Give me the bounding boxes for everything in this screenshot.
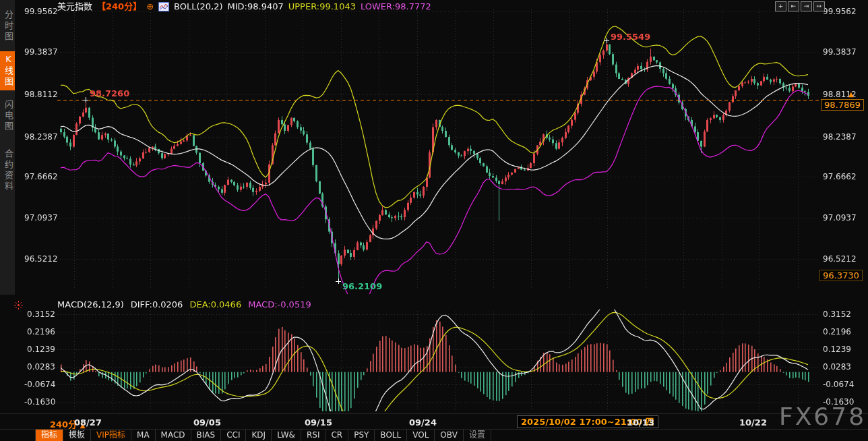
toolbar-item-rsi[interactable]: RSI bbox=[301, 430, 326, 441]
move-crosshair-icon[interactable]: + bbox=[775, 1, 786, 11]
toolbar-item-kdj[interactable]: KDJ bbox=[246, 430, 272, 441]
zoom-out-icon[interactable]: ⇥ bbox=[801, 1, 812, 11]
macd-axis-label: 0.1239 bbox=[24, 345, 55, 354]
y-axis-label: 97.0937 bbox=[24, 213, 55, 223]
y-axis-label: 97.6662 bbox=[823, 172, 863, 181]
y-axis-label: 98.8112 bbox=[823, 90, 863, 99]
macd-header: MACD(26,12,9) DIFF:0.0206 DEA:0.0466 MAC… bbox=[57, 299, 311, 310]
toolbar-item-obv[interactable]: OBV bbox=[435, 430, 464, 441]
indicator-alert-icon[interactable] bbox=[14, 299, 23, 312]
period-label: 【240分】 bbox=[97, 1, 142, 11]
shift-right-icon[interactable]: ↦ bbox=[813, 1, 825, 11]
macd-axis-label: 0.3152 bbox=[823, 310, 863, 319]
boll-upper-value: UPPER:99.1043 bbox=[288, 1, 356, 11]
toolbar-item-vol[interactable]: VOL bbox=[407, 430, 435, 441]
macd-axis-label: 0.1239 bbox=[823, 345, 863, 354]
macd-axis-label: 0.2196 bbox=[24, 327, 55, 336]
macd-axis-label: 0.0283 bbox=[823, 362, 863, 372]
x-axis-date: 08/27 bbox=[74, 417, 102, 428]
toolbar-item-indicators[interactable]: 指标 bbox=[35, 430, 63, 441]
toolbar-item-settings[interactable]: 设置 bbox=[464, 430, 491, 441]
toolbar-item-templates[interactable]: 模板 bbox=[63, 430, 91, 441]
x-axis-date: 09/05 bbox=[193, 417, 221, 428]
y-axis-label: 99.9562 bbox=[24, 7, 55, 16]
low-price-annotation: 96.2109 bbox=[342, 281, 382, 291]
toolbar-item-boll[interactable]: BOLL bbox=[375, 430, 407, 441]
brand-watermark: FX678 bbox=[779, 403, 866, 430]
y-axis-label: 98.8112 bbox=[24, 90, 55, 99]
y-axis-label: 98.2387 bbox=[823, 132, 863, 142]
toolbar-item-ma[interactable]: MA bbox=[131, 430, 156, 441]
chart-canvas[interactable] bbox=[0, 0, 868, 441]
boll-lower-value: LOWER:98.7772 bbox=[361, 1, 431, 11]
toolbar-item-psy[interactable]: PSY bbox=[348, 430, 375, 441]
macd-dea-value: DEA:0.0466 bbox=[189, 299, 241, 310]
y-axis-label: 99.3837 bbox=[24, 47, 55, 57]
macd-diff-value: DIFF:0.0206 bbox=[131, 299, 183, 310]
toolbar-item-bias[interactable]: BIAS bbox=[191, 430, 222, 441]
low-marker-tag: 96.3730 bbox=[819, 270, 863, 281]
trading-app-window: { "header": { "symbol": "美元指数", "period"… bbox=[0, 0, 868, 441]
macd-axis-label: 0.3152 bbox=[24, 310, 55, 319]
high-price-annotation: 99.5549 bbox=[611, 32, 650, 42]
y-axis-label: 96.5212 bbox=[823, 254, 863, 264]
macd-axis-label: 0.0283 bbox=[24, 362, 55, 372]
boll-param-label: BOLL(20,2) bbox=[174, 1, 223, 11]
chart-toolbar-icons: + ⇤ ⇥ ↦ bbox=[775, 1, 825, 11]
macd-value: MACD:-0.0519 bbox=[248, 299, 311, 310]
last-price-tag: 98.7869 bbox=[821, 99, 864, 111]
x-axis-date: 09/24 bbox=[409, 417, 437, 428]
symbol-name: 美元指数 bbox=[57, 1, 92, 11]
sidebar-item-contract-info[interactable]: 合约资料 bbox=[0, 142, 15, 200]
toolbar-item-cr[interactable]: CR bbox=[326, 430, 348, 441]
macd-axis-label: -0.0674 bbox=[24, 380, 55, 389]
chart-header: 美元指数 【240分】 ⊕ BOLL(20,2) MID:98.9407 UPP… bbox=[57, 1, 431, 11]
ref-price-annotation: 98.7260 bbox=[90, 88, 129, 98]
toolbar-item-lwr[interactable]: LW& bbox=[272, 430, 301, 441]
x-axis-date: 09/15 bbox=[305, 417, 332, 428]
toolbar-item-macd[interactable]: MACD bbox=[156, 430, 191, 441]
macd-param-label: MACD(26,12,9) bbox=[57, 299, 124, 310]
x-axis-date: 10/22 bbox=[739, 417, 767, 428]
toolbar-item-cci[interactable]: CCI bbox=[221, 430, 246, 441]
sidebar-item-flash[interactable]: 闪电图 bbox=[0, 94, 15, 138]
sidebar-item-timeshare[interactable]: 分时图 bbox=[0, 4, 15, 49]
macd-axis-label: 0.2196 bbox=[823, 327, 863, 336]
boll-mid-value: MID:98.9407 bbox=[228, 1, 284, 11]
macd-axis-label: -0.0674 bbox=[823, 380, 863, 389]
toolbar-item-vip-indicators[interactable]: VIP指标 bbox=[91, 430, 131, 441]
y-axis-label: 98.2387 bbox=[24, 132, 55, 142]
x-axis-date: 10/13 bbox=[627, 417, 654, 428]
view-sidebar: 分时图 K线图 闪电图 合约资料 bbox=[0, 0, 15, 295]
crosshair-toggle-icon[interactable]: ⊕ bbox=[146, 1, 154, 11]
y-axis-label: 97.0937 bbox=[823, 213, 863, 223]
zoom-in-icon[interactable]: ⇤ bbox=[788, 1, 799, 11]
macd-axis-label: -0.1630 bbox=[823, 397, 863, 407]
price-position-arrow-icon: ▲ bbox=[848, 90, 854, 98]
y-axis-label: 99.9562 bbox=[823, 7, 863, 16]
indicator-toolbar: 指标 模板 VIP指标 MA MACD BIAS CCI KDJ LW& RSI… bbox=[0, 429, 868, 441]
axis-separator bbox=[0, 413, 868, 414]
mini-chart-icon[interactable] bbox=[158, 2, 169, 11]
y-axis-label: 99.3837 bbox=[823, 47, 863, 57]
sidebar-item-kline[interactable]: K线图 bbox=[0, 51, 15, 90]
y-axis-label: 97.6662 bbox=[24, 172, 55, 181]
macd-axis-label: -0.1630 bbox=[24, 397, 55, 407]
y-axis-label: 96.5212 bbox=[24, 254, 55, 264]
